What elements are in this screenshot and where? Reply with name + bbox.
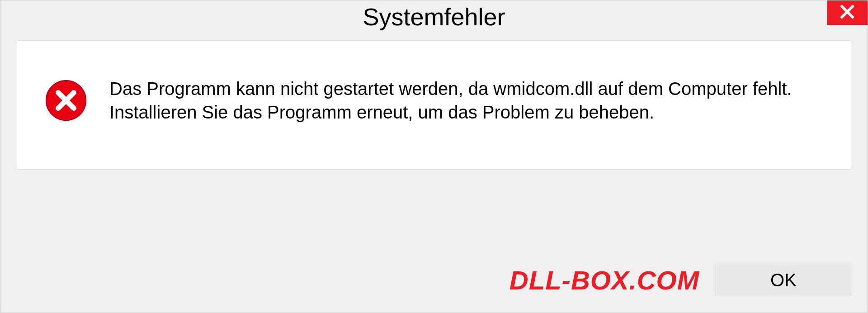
- watermark-text: DLL-BOX.COM: [509, 265, 699, 295]
- footer-bar: DLL-BOX.COM OK: [0, 258, 868, 313]
- close-button[interactable]: [827, 0, 868, 25]
- dialog-title: Systemfehler: [363, 3, 505, 31]
- content-panel: Das Programm kann nicht gestartet werden…: [17, 40, 851, 170]
- error-message: Das Programm kann nicht gestartet werden…: [109, 77, 824, 124]
- title-bar: Systemfehler: [0, 0, 868, 33]
- error-icon: [44, 79, 88, 122]
- close-icon: [839, 4, 855, 22]
- ok-button[interactable]: OK: [716, 264, 851, 296]
- error-dialog: Systemfehler Das Programm kann nicht ges…: [0, 0, 868, 313]
